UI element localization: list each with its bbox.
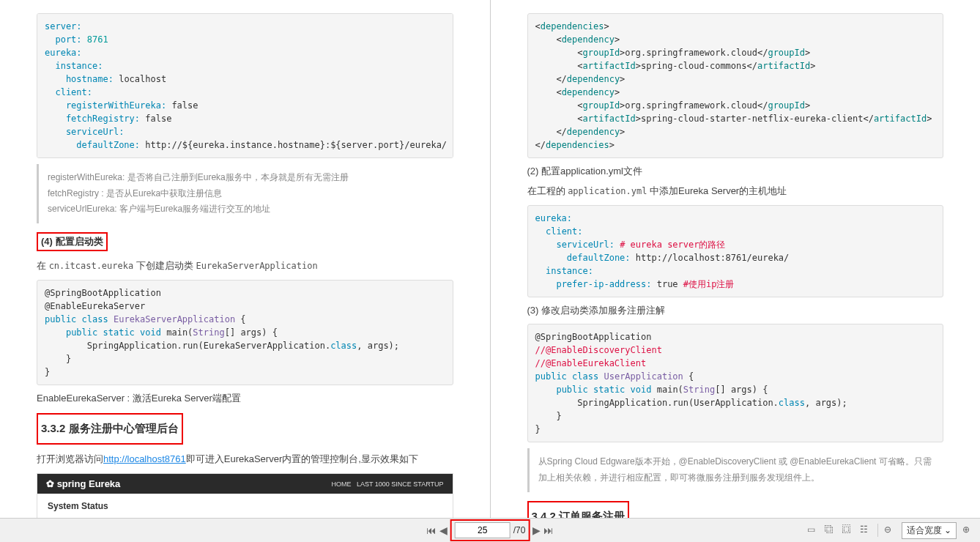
link-localhost-8761[interactable]: http://localhost8761 bbox=[103, 453, 186, 464]
highlight-332: 3.3.2 服务注册中心管理后台 bbox=[37, 413, 183, 445]
eureka-body: System Status EnvironmenttestData center… bbox=[37, 494, 453, 518]
eureka-logo: ✿ spring Eureka bbox=[46, 478, 120, 489]
code-yaml-server: server: port: 8761 eureka: instance: hos… bbox=[37, 13, 453, 158]
highlight-config-startup: (4) 配置启动类 bbox=[37, 232, 108, 251]
code-xml-dependencies: <dependencies> <dependency> <groupId>org… bbox=[527, 13, 944, 158]
document-viewer: server: port: 8761 eureka: instance: hos… bbox=[0, 0, 980, 518]
text-enable-server: EnableEurekaServer : 激活Eureka Server端配置 bbox=[37, 391, 453, 406]
text-open-browser: 打开浏览器访问http://localhost8761即可进入EurekaSer… bbox=[37, 452, 453, 467]
text-create-class: 在 cn.itcast.eureka 下创建启动类 EurekaServerAp… bbox=[37, 259, 453, 274]
page-right: <dependencies> <dependency> <groupId>org… bbox=[491, 0, 981, 518]
code-yaml-eureka-client: eureka: client: serviceUrl: # eureka ser… bbox=[527, 205, 944, 297]
quote-register: registerWithEureka: 是否将自己注册到Eureka服务中，本身… bbox=[37, 164, 453, 223]
eureka-header: ✿ spring Eureka HOME LAST 1000 SINCE STA… bbox=[37, 474, 453, 494]
heading-3: (3) 修改启动类添加服务注册注解 bbox=[527, 303, 944, 319]
eureka-dashboard-screenshot: ✿ spring Eureka HOME LAST 1000 SINCE STA… bbox=[37, 473, 453, 518]
system-status-title: System Status bbox=[48, 501, 442, 511]
highlight-342: 3.4.2 订单服务注册 bbox=[527, 501, 630, 518]
heading-2: (2) 配置application.yml文件 bbox=[527, 164, 944, 179]
code-java-user-app: @SpringBootApplication //@EnableDiscover… bbox=[527, 324, 944, 442]
eureka-nav: HOME LAST 1000 SINCE STARTUP bbox=[331, 480, 443, 488]
code-java-eureka-server: @SpringBootApplication @EnableEurekaServ… bbox=[37, 280, 453, 385]
text-yml-add: 在工程的 application.yml 中添加Eureka Server的主机… bbox=[527, 184, 944, 199]
page-left: server: port: 8761 eureka: instance: hos… bbox=[0, 0, 491, 518]
quote-edgware: 从Spring Cloud Edgware版本开始，@EnableDiscove… bbox=[527, 448, 944, 491]
